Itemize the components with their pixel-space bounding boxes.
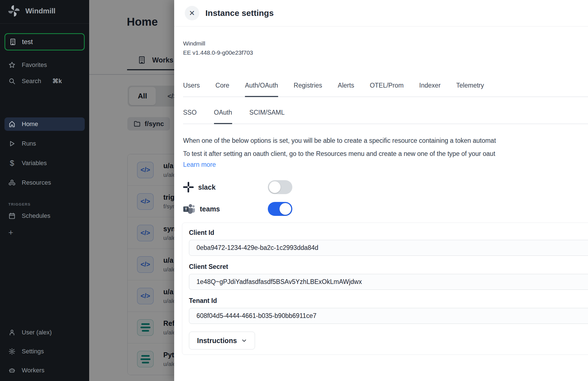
slack-toggle[interactable] [268,180,292,194]
settings-tabs: Users Core Auth/OAuth Registries Alerts … [183,82,588,97]
subtab-oauth[interactable]: OAuth [214,109,232,124]
search-icon [8,78,16,85]
gear-icon [8,348,16,355]
client-id-input[interactable] [189,240,588,256]
tenant-id-group: Tenant Id [189,297,588,324]
drawer-body: Windmill EE v1.448.0-9-g00e23f703 Users … [174,26,588,355]
provider-row-slack: slack [183,180,588,194]
slack-icon [183,182,194,192]
sidebar-item-schedules[interactable]: Schedules [4,209,85,223]
tenant-id-label: Tenant Id [189,297,588,305]
brand-name: Windmill [25,7,55,15]
play-icon [8,140,16,147]
sidebar-item-label: Favorites [22,61,47,69]
workspace-name: test [22,38,33,46]
provider-row-teams: T teams [183,202,588,216]
user-icon [8,329,16,336]
workspace-switcher[interactable]: test [4,33,85,50]
sidebar-item-search[interactable]: Search ⌘k [4,74,85,88]
instructions-label: Instructions [197,337,237,345]
dollar-icon: $ [8,159,16,167]
sidebar-item-label: Resources [22,179,51,186]
provider-name: teams [200,205,220,213]
triggers-heading: TRIGGERS [8,202,89,206]
sidebar-add-trigger[interactable]: + [4,226,85,239]
teams-toggle[interactable] [268,202,292,216]
sidebar-item-label: Settings [22,348,44,355]
client-secret-input[interactable] [189,274,588,290]
tab-registries[interactable]: Registries [294,82,322,97]
calendar-icon [8,212,16,220]
sidebar-item-resources[interactable]: Resources [4,176,85,189]
instructions-button[interactable]: Instructions [189,332,255,349]
tab-users[interactable]: Users [183,82,200,97]
building-icon [9,38,16,45]
tab-otel-prom[interactable]: OTEL/Prom [370,82,404,97]
tab-telemetry[interactable]: Telemetry [456,82,484,97]
tab-core[interactable]: Core [215,82,229,97]
star-icon [8,61,16,69]
client-id-group: Client Id [189,229,588,256]
provider-name: slack [198,183,216,191]
tab-indexer[interactable]: Indexer [419,82,441,97]
auth-subtabs: SSO OAuth SCIM/SAML [183,109,588,124]
client-secret-label: Client Secret [189,263,588,271]
tab-alerts[interactable]: Alerts [338,82,354,97]
teams-icon: T [183,203,195,214]
sidebar-item-label: Schedules [22,212,50,220]
subtab-scim-saml[interactable]: SCIM/SAML [249,109,285,124]
sidebar-item-settings[interactable]: Settings [4,345,85,358]
svg-text:T: T [185,207,187,211]
sidebar-item-label: Runs [22,140,36,147]
robot-icon [8,367,16,374]
chevron-down-icon [241,338,247,343]
home-icon [8,120,16,128]
sidebar-item-favorites[interactable]: Favorites [4,58,85,72]
learn-more-link[interactable]: Learn more [183,161,216,168]
sidebar-item-label: Home [22,120,38,128]
sidebar-bottom: User (alex) Settings Workers [0,326,89,377]
oauth-description: When one of the below options is set, yo… [183,134,588,168]
client-id-label: Client Id [189,229,588,237]
close-button[interactable]: ✕ [185,6,199,20]
app-name: Windmill [183,39,588,48]
plus-icon: + [8,228,13,237]
drawer-title: Instance settings [205,8,274,18]
app-root: Windmill test Favorites Search ⌘k [0,0,588,381]
windmill-logo-icon [8,4,20,17]
brand: Windmill [0,0,89,21]
client-secret-group: Client Secret [189,263,588,290]
sidebar-item-workers[interactable]: Workers [4,364,85,377]
subtab-sso[interactable]: SSO [183,109,197,124]
drawer-header: ✕ Instance settings [174,0,588,26]
teams-oauth-config: Client Id Client Secret Tenant Id Instru… [182,223,588,355]
version-text: EE v1.448.0-9-g00e23f703 [183,48,588,57]
description-line: When one of the below options is set, yo… [183,134,588,147]
tenant-id-input[interactable] [189,308,588,324]
sidebar-item-runs[interactable]: Runs [4,137,85,150]
instance-settings-drawer: ✕ Instance settings Windmill EE v1.448.0… [174,0,588,381]
sidebar: Windmill test Favorites Search ⌘k [0,0,89,381]
sidebar-item-label: User (alex) [22,329,52,336]
toggle-knob [269,181,281,193]
divider [0,23,89,24]
sidebar-item-variables[interactable]: $ Variables [4,156,85,170]
toggle-knob [280,203,291,215]
search-shortcut: ⌘k [52,78,62,85]
sidebar-item-label: Search [22,78,41,85]
sidebar-item-user[interactable]: User (alex) [4,326,85,339]
sidebar-item-home[interactable]: Home [4,117,85,131]
description-line: To test it after setting an oauth client… [183,147,588,160]
sidebar-item-label: Variables [22,160,47,167]
sidebar-item-label: Workers [22,367,45,374]
tab-auth-oauth[interactable]: Auth/OAuth [245,82,278,97]
cubes-icon [8,179,16,186]
